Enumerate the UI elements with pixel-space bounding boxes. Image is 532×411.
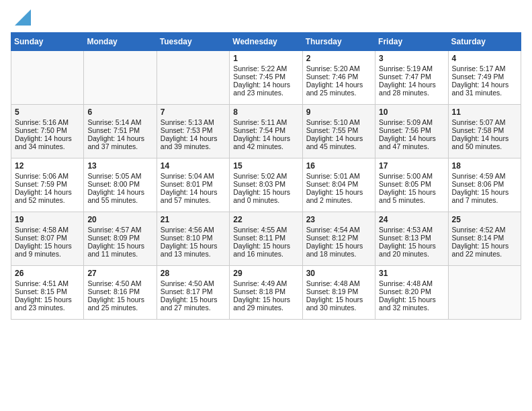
sunrise-text: Sunrise: 4:53 AM [379,226,444,234]
calendar-cell: 10Sunrise: 5:09 AMSunset: 7:56 PMDayligh… [375,105,448,158]
daylight-text: Daylight: 14 hours and 55 minutes. [87,188,152,204]
day-number: 14 [161,161,226,171]
sunrise-text: Sunrise: 4:58 AM [15,226,80,234]
sunrise-text: Sunrise: 5:06 AM [15,172,80,180]
sunrise-text: Sunrise: 4:57 AM [87,226,152,234]
calendar-cell: 12Sunrise: 5:06 AMSunset: 7:59 PMDayligh… [11,158,84,212]
sunset-text: Sunset: 8:03 PM [233,180,298,188]
daylight-text: Daylight: 15 hours and 2 minutes. [306,188,371,204]
daylight-text: Daylight: 15 hours and 27 minutes. [161,295,226,312]
sunrise-text: Sunrise: 4:48 AM [379,279,444,287]
sunrise-text: Sunrise: 5:00 AM [379,172,444,180]
sunrise-text: Sunrise: 4:54 AM [306,226,371,234]
sunrise-text: Sunrise: 5:19 AM [379,64,444,73]
day-number: 11 [452,107,517,117]
sunrise-text: Sunrise: 5:02 AM [233,172,298,180]
day-number: 16 [306,161,371,171]
daylight-text: Daylight: 15 hours and 23 minutes. [15,295,80,312]
day-number: 8 [233,107,298,117]
calendar-cell: 22Sunrise: 4:55 AMSunset: 8:11 PMDayligh… [230,212,302,266]
sunrise-text: Sunrise: 4:50 AM [87,279,152,287]
header-saturday: Saturday [448,33,521,51]
sunrise-text: Sunrise: 5:07 AM [452,118,517,126]
header-sunday: Sunday [11,33,84,51]
sunset-text: Sunset: 7:50 PM [15,126,80,134]
sunset-text: Sunset: 7:56 PM [379,126,444,134]
calendar-cell: 14Sunrise: 5:04 AMSunset: 8:01 PMDayligh… [157,158,229,212]
day-number: 31 [379,269,444,278]
day-number: 4 [452,54,517,63]
sunset-text: Sunset: 7:47 PM [379,73,444,81]
calendar-cell [157,51,229,105]
daylight-text: Daylight: 14 hours and 50 minutes. [452,134,517,150]
calendar-cell: 3Sunrise: 5:19 AMSunset: 7:47 PMDaylight… [375,51,448,105]
calendar-cell: 7Sunrise: 5:13 AMSunset: 7:53 PMDaylight… [157,105,229,158]
day-number: 25 [452,215,517,224]
daylight-text: Daylight: 15 hours and 16 minutes. [233,242,298,258]
daylight-text: Daylight: 14 hours and 34 minutes. [15,134,80,150]
sunset-text: Sunset: 8:20 PM [379,287,444,295]
header-tuesday: Tuesday [157,33,229,51]
daylight-text: Daylight: 15 hours and 30 minutes. [306,295,371,312]
calendar-cell: 11Sunrise: 5:07 AMSunset: 7:58 PMDayligh… [448,105,521,158]
calendar-cell [11,51,84,105]
calendar-cell: 16Sunrise: 5:01 AMSunset: 8:04 PMDayligh… [302,158,375,212]
calendar-cell: 17Sunrise: 5:00 AMSunset: 8:05 PMDayligh… [375,158,448,212]
calendar-cell: 6Sunrise: 5:14 AMSunset: 7:51 PMDaylight… [84,105,157,158]
day-number: 1 [233,54,298,63]
day-number: 7 [161,107,226,117]
calendar-cell: 31Sunrise: 4:48 AMSunset: 8:20 PMDayligh… [375,266,448,320]
calendar-cell: 27Sunrise: 4:50 AMSunset: 8:16 PMDayligh… [84,266,157,320]
calendar-cell: 18Sunrise: 4:59 AMSunset: 8:06 PMDayligh… [448,158,521,212]
daylight-text: Daylight: 14 hours and 23 minutes. [233,81,298,97]
sunrise-text: Sunrise: 4:52 AM [452,226,517,234]
sunset-text: Sunset: 8:10 PM [161,234,226,242]
daylight-text: Daylight: 15 hours and 20 minutes. [379,242,444,258]
sunset-text: Sunset: 7:45 PM [233,73,298,81]
day-number: 18 [452,161,517,171]
sunset-text: Sunset: 8:16 PM [87,287,152,295]
calendar-table: SundayMondayTuesdayWednesdayThursdayFrid… [11,32,521,320]
sunset-text: Sunset: 7:46 PM [306,73,371,81]
sunrise-text: Sunrise: 5:16 AM [15,118,80,126]
daylight-text: Daylight: 15 hours and 9 minutes. [15,242,80,258]
daylight-text: Daylight: 15 hours and 13 minutes. [161,242,226,258]
sunrise-text: Sunrise: 4:51 AM [15,279,80,287]
svg-marker-0 [15,9,31,26]
daylight-text: Daylight: 15 hours and 25 minutes. [87,295,152,312]
daylight-text: Daylight: 15 hours and 32 minutes. [379,295,444,312]
day-number: 13 [87,161,152,171]
sunset-text: Sunset: 8:14 PM [452,234,517,242]
daylight-text: Daylight: 15 hours and 7 minutes. [452,188,517,204]
sunset-text: Sunset: 8:06 PM [452,180,517,188]
daylight-text: Daylight: 14 hours and 37 minutes. [87,134,152,150]
sunrise-text: Sunrise: 5:04 AM [161,172,226,180]
header-monday: Monday [84,33,157,51]
day-number: 24 [379,215,444,224]
calendar-week-row: 19Sunrise: 4:58 AMSunset: 8:07 PMDayligh… [11,212,521,266]
logo [11,11,31,27]
calendar-cell: 20Sunrise: 4:57 AMSunset: 8:09 PMDayligh… [84,212,157,266]
calendar-cell: 1Sunrise: 5:22 AMSunset: 7:45 PMDaylight… [230,51,302,105]
calendar-week-row: 12Sunrise: 5:06 AMSunset: 7:59 PMDayligh… [11,158,521,212]
day-number: 5 [15,107,80,117]
calendar-cell: 4Sunrise: 5:17 AMSunset: 7:49 PMDaylight… [448,51,521,105]
daylight-text: Daylight: 15 hours and 11 minutes. [87,242,152,258]
day-number: 2 [306,54,371,63]
calendar-cell: 9Sunrise: 5:10 AMSunset: 7:55 PMDaylight… [302,105,375,158]
sunrise-text: Sunrise: 4:56 AM [161,226,226,234]
sunset-text: Sunset: 7:51 PM [87,126,152,134]
calendar-cell: 19Sunrise: 4:58 AMSunset: 8:07 PMDayligh… [11,212,84,266]
sunset-text: Sunset: 8:12 PM [306,234,371,242]
day-number: 23 [306,215,371,224]
sunset-text: Sunset: 8:11 PM [233,234,298,242]
day-number: 15 [233,161,298,171]
calendar-week-row: 5Sunrise: 5:16 AMSunset: 7:50 PMDaylight… [11,105,521,158]
day-number: 3 [379,54,444,63]
sunrise-text: Sunrise: 4:48 AM [306,279,371,287]
calendar-cell: 30Sunrise: 4:48 AMSunset: 8:19 PMDayligh… [302,266,375,320]
calendar-cell: 23Sunrise: 4:54 AMSunset: 8:12 PMDayligh… [302,212,375,266]
sunset-text: Sunset: 8:13 PM [379,234,444,242]
daylight-text: Daylight: 15 hours and 22 minutes. [452,242,517,258]
sunset-text: Sunset: 8:00 PM [87,180,152,188]
